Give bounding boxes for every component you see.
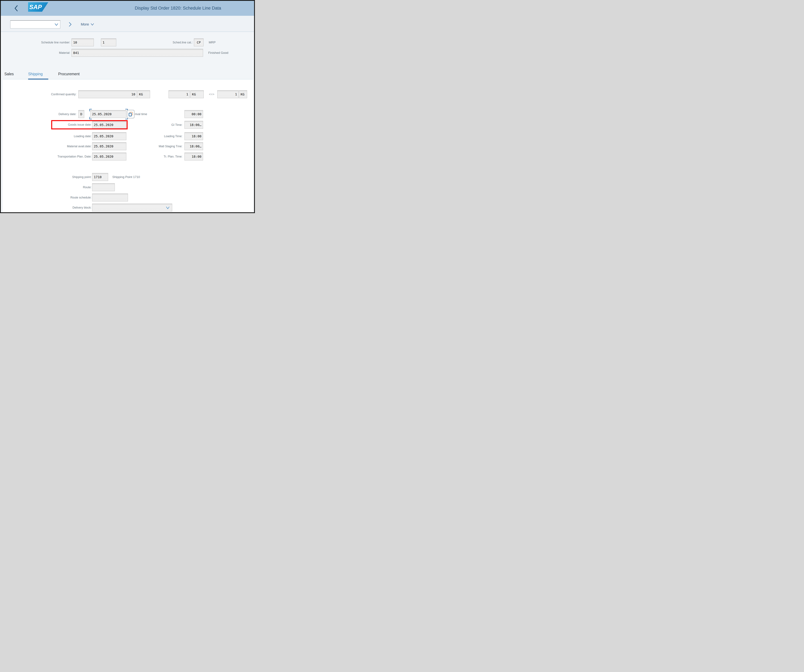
goods-issue-date-field[interactable]: 25.05.2020 (92, 121, 126, 128)
confirmed-quantity-label: Confirmed quantity: (16, 90, 77, 98)
tab-shipping[interactable]: Shipping (28, 70, 43, 77)
shipping-tab-panel (3, 80, 253, 212)
sched-line-cat-description: MRP (209, 39, 216, 46)
tab-procurement[interactable]: Procurement (58, 70, 80, 77)
copy-icon (128, 111, 134, 118)
schedule-line-number-label: Schedule line number: (8, 39, 70, 46)
goods-issue-date-label: Goods issue date: (54, 121, 92, 129)
sap-logo: SAP (28, 2, 48, 12)
converted-quantity-unit-field[interactable]: KG (239, 90, 247, 98)
sap-window: SAP Display Std Order 1820: Schedule Lin… (0, 0, 255, 213)
loading-time-field[interactable]: 18:00 (185, 132, 203, 140)
sched-line-cat-label: Sched.line cat.: (146, 39, 193, 46)
delivery-date-category-field[interactable]: D (78, 110, 84, 118)
arrival-time-label: rival time (135, 110, 147, 118)
loading-time-label: Loading Time: (138, 132, 182, 140)
transportation-plan-date-label: Transportation Plan. Date: (33, 153, 92, 160)
more-menu-label: More (81, 22, 89, 26)
arrival-time-field[interactable]: 00:00 (185, 110, 203, 118)
material-avail-date-label: Material avail.date: (41, 142, 92, 150)
confirmed-quantity-unit-field[interactable]: KG (137, 90, 150, 98)
command-combobox[interactable] (10, 20, 60, 28)
focus-corner (90, 109, 92, 111)
shipping-point-field[interactable]: 1710 (92, 173, 108, 181)
rounded-quantity-field[interactable]: 1 (168, 90, 190, 98)
transportation-plan-date-field[interactable]: 25.05.2020 (92, 153, 126, 160)
delivery-block-select[interactable] (92, 204, 172, 211)
matl-staging-time-label: Matl Staging Tme: (138, 142, 182, 150)
tr-plan-time-field[interactable]: 18:00 (185, 153, 203, 160)
delivery-block-chevron-down-icon (165, 206, 170, 210)
material-label: Material: (33, 49, 70, 57)
rounded-quantity-unit-field[interactable]: KG (190, 90, 204, 98)
material-field[interactable]: 841 (72, 49, 203, 57)
delivery-date-field[interactable]: 25.05.2020 (90, 110, 126, 118)
chevron-down-icon (54, 23, 59, 26)
page-title: Display Std Order 1820: Schedule Line Da… (135, 6, 221, 11)
copy-date-button[interactable] (127, 110, 134, 118)
tab-sales[interactable]: Sales (4, 70, 14, 77)
back-button[interactable] (14, 5, 19, 12)
equivalence-symbol: <=> (207, 90, 216, 98)
route-label: Route: (41, 183, 92, 191)
material-description: Finished Good (208, 49, 229, 57)
chevron-right-icon (68, 22, 72, 27)
delivery-date-label: Delivery date: (25, 110, 77, 118)
header-bar: SAP Display Std Order 1820: Schedule Lin… (1, 1, 254, 16)
more-menu[interactable]: More (81, 22, 94, 26)
delivery-block-label: Delivery block: (41, 204, 92, 211)
proceed-button[interactable] (68, 22, 72, 28)
route-field[interactable] (92, 183, 115, 191)
gi-time-field[interactable]: 18:00… (185, 121, 203, 129)
matl-staging-time-field[interactable]: 18:00… (185, 142, 203, 150)
shipping-point-label: Shipping point: (41, 173, 92, 181)
back-chevron-icon (14, 5, 19, 11)
sap-logo-text: SAP (28, 4, 42, 10)
loading-date-label: Loading date: (41, 132, 92, 140)
tr-plan-time-label: Tr. Plan. Time: (138, 153, 182, 160)
schedule-line-seq-field[interactable]: 1 (101, 39, 116, 46)
gi-time-label: GI Time: (138, 121, 182, 129)
schedule-line-number-field[interactable]: 10 (72, 39, 94, 46)
sched-line-cat-field[interactable]: CP (194, 39, 204, 46)
material-avail-date-field[interactable]: 25.05.2020 (92, 142, 126, 150)
focus-corner (90, 117, 92, 119)
route-schedule-label: Route schedule: (41, 194, 92, 201)
route-schedule-field[interactable] (92, 194, 128, 201)
shipping-point-description: Shipping Point 1710 (112, 173, 140, 181)
confirmed-quantity-field[interactable]: 10 (78, 90, 137, 98)
converted-quantity-field[interactable]: 1 (217, 90, 239, 98)
loading-date-field[interactable]: 25.05.2020 (92, 132, 126, 140)
more-chevron-down-icon (90, 23, 94, 26)
